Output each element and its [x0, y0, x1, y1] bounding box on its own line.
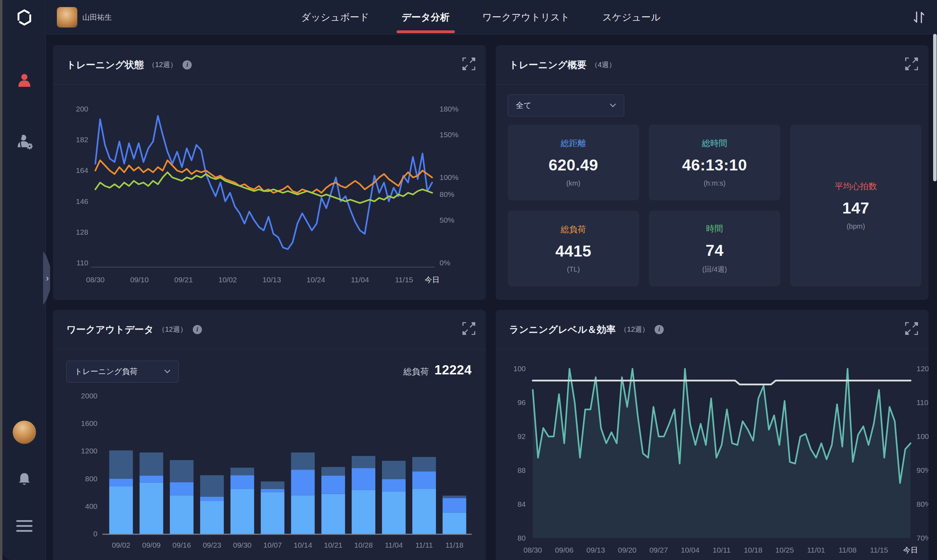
- stat-card-total-time: 総時間 46:13:10 (h:m:s): [649, 125, 780, 200]
- stat-card-session-count: 時間 74 (回/4週): [649, 211, 780, 286]
- svg-text:128: 128: [76, 228, 88, 236]
- panel-period: （12週）: [158, 325, 187, 334]
- stat-label: 平均心拍数: [835, 181, 877, 192]
- svg-text:11/11: 11/11: [416, 541, 433, 549]
- svg-text:164: 164: [76, 166, 88, 174]
- workout-load-chart: 040080012001600200009/0209/0909/1609/230…: [53, 377, 486, 560]
- app-logo-icon: [3, 4, 46, 31]
- sidebar-item-athlete[interactable]: [3, 68, 46, 93]
- svg-text:10/24: 10/24: [307, 275, 325, 284]
- svg-text:08/30: 08/30: [524, 546, 542, 554]
- panel-title: トレーニング概要: [509, 58, 586, 71]
- svg-text:80%: 80%: [439, 190, 455, 198]
- svg-text:09/02: 09/02: [112, 541, 131, 549]
- svg-text:180%: 180%: [439, 105, 459, 113]
- svg-text:200: 200: [76, 105, 88, 113]
- svg-text:08/30: 08/30: [86, 275, 105, 284]
- svg-text:今日: 今日: [425, 275, 439, 284]
- user-name: 山田祐生: [82, 12, 112, 22]
- expand-icon[interactable]: [461, 321, 477, 337]
- chevron-down-icon: [610, 103, 616, 108]
- svg-text:11/04: 11/04: [351, 275, 369, 284]
- user-chip[interactable]: 山田祐生: [57, 7, 112, 28]
- svg-text:09/16: 09/16: [172, 541, 191, 549]
- stat-value: 74: [706, 242, 723, 260]
- svg-text:09/06: 09/06: [555, 546, 574, 554]
- svg-text:11/15: 11/15: [395, 275, 413, 284]
- svg-text:10/04: 10/04: [681, 546, 700, 554]
- svg-text:100%: 100%: [439, 173, 459, 182]
- panel-training-summary: トレーニング概要 （4週） 全て 総距離 620.49 (km) 総時間: [496, 45, 929, 300]
- panel-period: （4週）: [591, 60, 616, 69]
- topbar: 山田祐生 ダッシュボード データ分析 ワークアウトリスト スケジュール: [46, 0, 937, 35]
- stat-card-distance: 総距離 620.49 (km): [508, 125, 639, 200]
- sidebar: ›: [3, 0, 46, 560]
- svg-text:11/01: 11/01: [807, 546, 825, 554]
- svg-text:84: 84: [518, 500, 526, 508]
- panel-title: ランニングレベル＆効率: [509, 323, 616, 336]
- stat-unit: (km): [566, 179, 580, 188]
- info-icon[interactable]: i: [193, 325, 202, 334]
- info-icon[interactable]: i: [182, 60, 192, 69]
- sort-arrows-icon[interactable]: [911, 9, 927, 25]
- svg-text:09/13: 09/13: [586, 546, 605, 554]
- tab-schedule[interactable]: スケジュール: [602, 0, 661, 35]
- svg-text:09/27: 09/27: [649, 546, 668, 554]
- svg-text:88: 88: [518, 466, 526, 474]
- svg-text:800: 800: [85, 475, 97, 483]
- panel-header: ワークアウトデータ （12週） i: [53, 310, 486, 349]
- svg-text:1600: 1600: [81, 419, 97, 427]
- svg-text:50%: 50%: [439, 216, 455, 224]
- sidebar-avatar[interactable]: [13, 421, 36, 444]
- svg-text:11/15: 11/15: [870, 546, 888, 554]
- stat-value: 147: [842, 199, 869, 217]
- menu-button[interactable]: [3, 513, 46, 538]
- total-load-value: 12224: [435, 363, 472, 378]
- svg-text:10/18: 10/18: [744, 546, 763, 554]
- svg-text:10/14: 10/14: [294, 541, 313, 549]
- sidebar-item-user-settings[interactable]: [3, 129, 46, 155]
- user-avatar[interactable]: [57, 7, 77, 28]
- stat-label: 総時間: [702, 138, 727, 149]
- svg-text:10/25: 10/25: [775, 546, 794, 554]
- svg-text:10/11: 10/11: [713, 546, 731, 554]
- panel-header: トレーニング概要 （4週）: [496, 45, 929, 85]
- summary-filter-dropdown[interactable]: 全て: [508, 95, 624, 117]
- expand-icon[interactable]: [904, 57, 919, 72]
- svg-text:400: 400: [85, 502, 97, 510]
- panel-title: ワークアウトデータ: [66, 323, 154, 336]
- panel-header: トレーニング状態 （12週） i: [53, 45, 486, 85]
- svg-text:90%: 90%: [917, 466, 929, 474]
- svg-text:10/07: 10/07: [264, 541, 282, 549]
- svg-text:11/04: 11/04: [385, 541, 403, 549]
- svg-text:92: 92: [518, 432, 526, 440]
- running-level-chart: 1009692888480120%110%100%90%80%70%08/300…: [496, 359, 929, 560]
- svg-text:120%: 120%: [917, 365, 929, 372]
- panel-header: ランニングレベル＆効率 （12週） i: [496, 310, 929, 349]
- sidebar-collapse-handle[interactable]: ›: [43, 251, 50, 305]
- tab-workout-list[interactable]: ワークアウトリスト: [482, 0, 570, 35]
- total-load-readout: 総負荷 12224: [404, 363, 472, 378]
- stat-label: 総距離: [561, 138, 586, 149]
- app-root: › 山田祐生 ダッシュボード データ分析 ワークアウトリスト スケジュール: [0, 0, 937, 560]
- info-icon[interactable]: i: [655, 325, 664, 334]
- main-tabs: ダッシュボード データ分析 ワークアウトリスト スケジュール: [301, 0, 661, 35]
- svg-text:10/28: 10/28: [354, 541, 373, 549]
- scrollbar-thumb[interactable]: [933, 34, 937, 182]
- svg-text:80: 80: [518, 534, 526, 542]
- expand-icon[interactable]: [904, 321, 919, 337]
- svg-text:09/23: 09/23: [203, 541, 221, 549]
- svg-text:09/09: 09/09: [142, 541, 161, 549]
- panel-running-level: ランニングレベル＆効率 （12週） i 1009692888480120%110…: [496, 310, 929, 560]
- tab-dashboard[interactable]: ダッシュボード: [301, 0, 369, 35]
- svg-text:80%: 80%: [917, 500, 929, 508]
- gear: [26, 143, 32, 149]
- expand-icon[interactable]: [461, 57, 477, 72]
- svg-text:150%: 150%: [439, 131, 459, 138]
- person-gear-icon: [15, 133, 33, 151]
- tab-data-analysis[interactable]: データ分析: [402, 0, 450, 35]
- svg-text:110%: 110%: [917, 398, 929, 406]
- stat-card-avg-heart-rate: 平均心拍数 147 (bpm): [790, 125, 922, 286]
- notifications-button[interactable]: [3, 466, 46, 492]
- person-icon: [16, 72, 32, 89]
